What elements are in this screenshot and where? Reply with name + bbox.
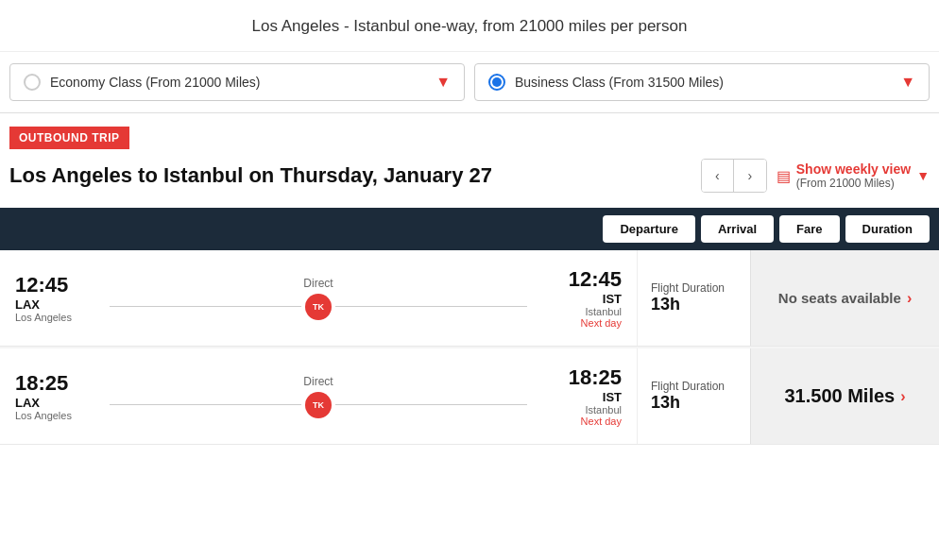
economy-class-option[interactable]: Economy Class (From 21000 Miles) ▼ [9, 63, 465, 101]
departure-code-2: LAX [15, 396, 100, 410]
table-row: 18:25 LAX Los Angeles Direct TK 18:25 [0, 348, 939, 445]
departure-time-1: 12:45 [15, 273, 100, 297]
arrival-city-1: Istanbul [537, 306, 622, 317]
departure-block-1: 12:45 LAX Los Angeles [15, 273, 100, 323]
airline-logo-2: TK [305, 392, 332, 418]
departure-city-1: Los Angeles [15, 312, 100, 323]
duration-value-1: 13h [651, 295, 680, 314]
fare-block-1[interactable]: No seats available › [750, 250, 939, 346]
trip-title: Los Angeles to Istanbul on Thursday, Jan… [9, 163, 691, 188]
departure-block-2: 18:25 LAX Los Angeles [15, 371, 100, 421]
page-title: Los Angeles - Istanbul one-way, from 210… [252, 17, 688, 35]
weekly-view-sub: (From 21000 Miles) [796, 177, 911, 190]
stop-type-2: Direct [303, 375, 333, 388]
sort-arrival-button[interactable]: Arrival [701, 215, 774, 243]
class-selector: Economy Class (From 21000 Miles) ▼ Busin… [0, 52, 939, 113]
duration-value-2: 13h [651, 393, 680, 413]
weekly-view-label: Show weekly view [796, 161, 911, 177]
no-seats-text-1: No seats available › [778, 290, 912, 307]
airline-logo-1: TK [305, 294, 332, 320]
business-class-option[interactable]: Business Class (From 31500 Miles) ▼ [474, 63, 930, 101]
line-right-2 [335, 404, 527, 405]
economy-label: Economy Class (From 21000 Miles) [50, 75, 435, 90]
departure-code-1: LAX [15, 297, 100, 312]
route-line-2: TK [110, 392, 527, 418]
sort-bar: Departure Arrival Fare Duration [0, 208, 939, 250]
miles-price-label-2: 31.500 Miles [784, 385, 895, 407]
flight-list: 12:45 LAX Los Angeles Direct TK 12:45 [0, 250, 939, 445]
line-right-1 [335, 306, 527, 307]
line-left-2 [110, 404, 301, 405]
no-seats-arrow-icon-1: › [907, 290, 912, 307]
business-chevron-icon: ▼ [900, 74, 915, 91]
miles-price-2: 31.500 Miles › [784, 385, 905, 407]
business-label: Business Class (From 31500 Miles) [515, 75, 900, 90]
duration-label-2: Flight Duration [651, 380, 725, 393]
route-line-1: TK [110, 294, 527, 320]
prev-day-button[interactable]: ‹ [702, 160, 734, 192]
nav-arrows: ‹ › [701, 159, 767, 193]
weekly-view-chevron-icon: ▼ [916, 168, 930, 183]
next-day-2: Next day [537, 416, 622, 427]
sort-duration-button[interactable]: Duration [845, 215, 930, 243]
line-left-1 [110, 306, 301, 307]
arrival-city-2: Istanbul [537, 404, 622, 416]
departure-city-2: Los Angeles [15, 410, 100, 421]
sort-departure-button[interactable]: Departure [603, 215, 694, 243]
trip-header-row: Los Angeles to Istanbul on Thursday, Jan… [0, 155, 939, 202]
miles-arrow-icon-2: › [900, 388, 905, 405]
duration-block-1: Flight Duration 13h [637, 250, 750, 346]
sort-fare-button[interactable]: Fare [779, 215, 839, 243]
duration-label-1: Flight Duration [651, 281, 725, 295]
departure-time-2: 18:25 [15, 371, 100, 396]
flight-times-1: 12:45 LAX Los Angeles Direct TK 12:45 [15, 267, 622, 329]
flight-times-2: 18:25 LAX Los Angeles Direct TK 18:25 [15, 365, 622, 427]
economy-radio [24, 74, 41, 91]
route-middle-1: Direct TK [100, 277, 537, 320]
weekly-view-button[interactable]: ▤ Show weekly view (From 21000 Miles) ▼ [777, 161, 930, 190]
duration-block-2: Flight Duration 13h [637, 348, 750, 444]
arrival-block-2: 18:25 IST Istanbul Next day [537, 365, 622, 427]
business-radio [488, 74, 505, 91]
next-day-button[interactable]: › [734, 160, 766, 192]
fare-block-2[interactable]: 31.500 Miles › [750, 348, 939, 444]
no-seats-label-1: No seats available [778, 290, 901, 306]
page-header: Los Angeles - Istanbul one-way, from 210… [0, 0, 939, 52]
arrival-code-1: IST [537, 292, 622, 306]
flight-info-2: 18:25 LAX Los Angeles Direct TK 18:25 [0, 348, 637, 444]
economy-chevron-icon: ▼ [435, 74, 451, 91]
table-row: 12:45 LAX Los Angeles Direct TK 12:45 [0, 250, 939, 347]
outbound-banner: OUTBOUND TRIP [9, 127, 129, 149]
arrival-time-2: 18:25 [537, 365, 622, 390]
weekly-view-info: Show weekly view (From 21000 Miles) [796, 161, 911, 190]
arrival-time-1: 12:45 [537, 267, 622, 292]
chart-icon: ▤ [777, 167, 791, 185]
arrival-block-1: 12:45 IST Istanbul Next day [537, 267, 622, 329]
next-day-1: Next day [537, 317, 622, 329]
page-wrapper: Los Angeles - Istanbul one-way, from 210… [0, 0, 939, 445]
route-middle-2: Direct TK [100, 375, 537, 418]
arrival-code-2: IST [537, 390, 622, 404]
flight-info-1: 12:45 LAX Los Angeles Direct TK 12:45 [0, 250, 637, 346]
stop-type-1: Direct [303, 277, 333, 290]
